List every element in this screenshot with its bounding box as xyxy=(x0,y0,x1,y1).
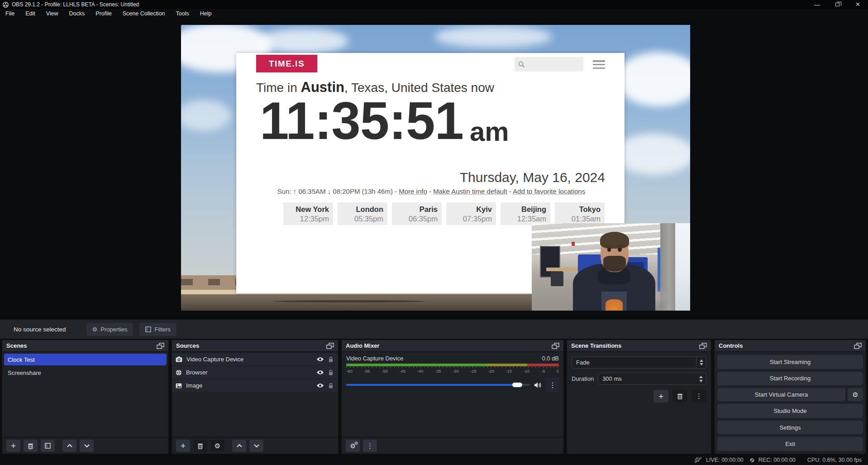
channel-level: 0.0 dB xyxy=(542,355,559,362)
search-input xyxy=(525,61,580,68)
source-properties-button[interactable]: ⚙ xyxy=(210,440,224,452)
advanced-audio-button[interactable]: ⚙ ⚙ xyxy=(346,440,360,452)
volume-slider-handle[interactable] xyxy=(512,383,522,387)
audio-mixer-panel: Audio Mixer Video Capture Device 0.0 dB … xyxy=(341,340,564,454)
city-times: New York12:35pm London05:35pm Paris06:35… xyxy=(283,202,605,225)
scene-filters-button[interactable] xyxy=(41,440,55,452)
remove-source-button[interactable] xyxy=(193,440,207,452)
duration-label: Duration xyxy=(572,375,594,382)
scenes-toolbar: + xyxy=(2,437,168,454)
eye-icon[interactable] xyxy=(316,383,324,388)
popout-icon[interactable] xyxy=(854,343,862,349)
mixer-options-button[interactable]: ⋮ xyxy=(546,377,559,393)
eye-icon[interactable] xyxy=(316,370,324,375)
mixer-channel: Video Capture Device 0.0 dB -60-55-50-45… xyxy=(342,352,563,437)
exit-button[interactable]: Exit xyxy=(717,437,863,451)
shirt-graphic xyxy=(606,299,623,311)
scene-item-clock-test[interactable]: Clock Test xyxy=(4,354,167,365)
fire-alarm xyxy=(572,242,575,246)
add-scene-button[interactable]: + xyxy=(6,440,20,452)
city-box: London05:35pm xyxy=(338,202,387,225)
volume-meter xyxy=(346,364,559,366)
volume-slider[interactable] xyxy=(346,384,530,386)
popout-icon[interactable] xyxy=(552,343,559,349)
scene-transitions-panel: Scene Transitions Fade Duration 300 ms + xyxy=(567,340,711,454)
transition-properties-button[interactable]: ⋮ xyxy=(692,390,706,403)
source-row-video-capture[interactable]: Video Capture Device xyxy=(172,353,338,365)
spin-arrows[interactable] xyxy=(696,376,706,382)
trash-icon xyxy=(28,443,33,449)
speaker-icon[interactable] xyxy=(534,382,542,388)
duration-spinbox[interactable]: 300 ms xyxy=(598,373,706,385)
popout-icon[interactable] xyxy=(326,343,334,349)
meter-scale: -60-55-50-45-40-35-30-25-20-15-10-50 xyxy=(346,369,559,374)
controls-title: Controls xyxy=(719,342,743,349)
meter-minor-ticks xyxy=(346,367,559,368)
eye-icon[interactable] xyxy=(316,357,324,362)
status-bar: LIVE: 00:00:00 REC: 00:00:00 CPU: 0.6%, … xyxy=(0,455,868,465)
move-source-down-button[interactable] xyxy=(249,440,263,452)
move-source-up-button[interactable] xyxy=(232,440,246,452)
more-info-link: More info xyxy=(399,187,427,195)
source-row-image[interactable]: Image xyxy=(172,379,338,392)
city-box: Paris06:35pm xyxy=(392,202,442,225)
record-inactive-icon xyxy=(749,457,755,463)
gear-icon: ⚙ xyxy=(852,391,858,399)
menu-tools[interactable]: Tools xyxy=(171,9,195,18)
start-streaming-button[interactable]: Start Streaming xyxy=(717,355,863,369)
properties-button[interactable]: ⚙ Properties xyxy=(86,323,134,336)
source-row-browser[interactable]: Browser xyxy=(172,366,338,379)
mixer-menu-button[interactable]: ⋮ xyxy=(363,440,377,452)
popout-icon[interactable] xyxy=(157,343,164,349)
search-box xyxy=(515,57,583,72)
start-virtual-camera-button[interactable]: Start Virtual Camera xyxy=(717,388,845,401)
start-recording-button[interactable]: Start Recording xyxy=(717,372,863,386)
no-source-label: No source selected xyxy=(14,326,66,333)
settings-button[interactable]: Settings xyxy=(717,421,863,435)
menu-file[interactable]: File xyxy=(0,9,20,18)
transitions-body: Fade Duration 300 ms + ⋮ xyxy=(567,352,711,454)
dock-area: Scenes Clock Test Screenshare + xyxy=(0,339,868,455)
sources-title: Sources xyxy=(176,342,199,349)
chevron-down-icon xyxy=(84,444,90,448)
lock-icon[interactable] xyxy=(328,356,334,363)
menu-profile[interactable]: Profile xyxy=(90,9,117,18)
transition-select[interactable]: Fade xyxy=(572,356,706,369)
menu-help[interactable]: Help xyxy=(195,9,217,18)
sources-panel: Sources Video Capture Device Browser xyxy=(172,340,339,454)
cloud xyxy=(434,26,552,48)
trash-icon xyxy=(197,443,203,449)
move-scene-down-button[interactable] xyxy=(80,440,94,452)
virtual-camera-settings-button[interactable]: ⚙ xyxy=(848,388,863,401)
webcam-overlay xyxy=(532,223,690,311)
lock-icon[interactable] xyxy=(328,369,334,376)
studio-mode-button[interactable]: Studio Mode xyxy=(717,404,863,418)
preview-canvas[interactable]: TIME.IS Time in Austin, Texas, United St… xyxy=(0,18,868,319)
menu-edit[interactable]: Edit xyxy=(20,9,41,18)
city-box: New York12:35pm xyxy=(283,202,333,225)
presenter-eyebrow xyxy=(617,245,624,246)
program-video[interactable]: TIME.IS Time in Austin, Texas, United St… xyxy=(181,25,690,311)
close-button[interactable]: × xyxy=(848,0,868,9)
add-transition-button[interactable]: + xyxy=(653,390,668,403)
scene-item-screenshare[interactable]: Screenshare xyxy=(4,367,167,379)
make-default-link: Make Austin time default xyxy=(433,187,507,195)
minimize-button[interactable]: — xyxy=(807,0,827,9)
page-date: Thursday, May 16, 2024 xyxy=(460,170,605,185)
popout-icon[interactable] xyxy=(699,343,707,349)
maximize-button[interactable] xyxy=(827,0,848,9)
menu-scene-collection[interactable]: Scene Collection xyxy=(117,9,171,18)
filters-button[interactable]: Filters xyxy=(139,323,176,336)
add-source-button[interactable]: + xyxy=(176,440,190,452)
move-scene-up-button[interactable] xyxy=(62,440,76,452)
chevron-up-icon xyxy=(236,444,243,448)
filter-icon xyxy=(45,443,51,449)
remove-transition-button[interactable] xyxy=(672,390,687,403)
menu-view[interactable]: View xyxy=(41,9,64,18)
trash-icon xyxy=(677,393,683,399)
filter-icon xyxy=(145,326,151,332)
menu-docks[interactable]: Docks xyxy=(64,9,91,18)
lock-icon[interactable] xyxy=(328,383,334,389)
remove-scene-button[interactable] xyxy=(24,440,38,452)
camera-icon xyxy=(176,356,182,362)
